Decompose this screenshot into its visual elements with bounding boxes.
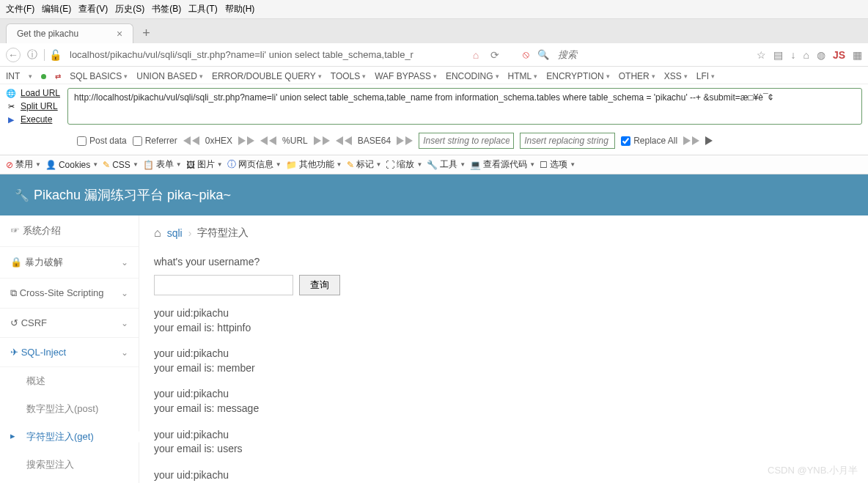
- sidebar-item-sqlinject[interactable]: ✈ SQL-Inject⌄: [0, 338, 139, 367]
- menu-history[interactable]: 历史(S): [115, 3, 144, 15]
- breadcrumb-current: 字符型注入: [197, 226, 249, 240]
- sidebar-item-xss[interactable]: ⧉ Cross-Site Scripting⌄: [0, 279, 139, 309]
- reader-icon[interactable]: ⌂: [468, 48, 483, 62]
- disable-menu[interactable]: ⊘禁用▼: [6, 158, 41, 171]
- menu-help[interactable]: 帮助(H): [225, 3, 255, 15]
- hackbar-toolbar: INT ▾ ⇄ SQL BASICS▾ UNION BASED▾ ERROR/D…: [0, 67, 868, 155]
- int-selector[interactable]: INT: [6, 71, 20, 81]
- hb-other[interactable]: OTHER▾: [619, 71, 655, 81]
- breadcrumb-root[interactable]: sqli: [167, 227, 183, 239]
- query-form: 查询: [154, 275, 853, 295]
- urlenc-button[interactable]: %URL: [282, 136, 308, 146]
- home-icon[interactable]: ⌂: [803, 49, 809, 61]
- options-menu[interactable]: ☐选项▼: [540, 158, 575, 171]
- js-toggle-icon[interactable]: JS: [833, 49, 845, 61]
- search-input[interactable]: [553, 47, 752, 62]
- site-identity-icon: 🔓: [44, 49, 64, 61]
- hb-lfi[interactable]: LFI▾: [696, 71, 715, 81]
- sidebar-item-csrf[interactable]: ↺ CSRF⌄: [0, 309, 139, 338]
- replace-from-input[interactable]: [419, 133, 514, 149]
- misc-menu[interactable]: 📁其他功能▼: [286, 158, 342, 171]
- address-input[interactable]: [68, 47, 464, 62]
- menu-file[interactable]: 文件(F): [6, 3, 34, 15]
- app-title: Pikachu 漏洞练习平台 pika~pika~: [34, 188, 231, 202]
- direction-icon: ⇄: [55, 73, 61, 81]
- postdata-checkbox[interactable]: Post data: [77, 136, 127, 146]
- menu-view[interactable]: 查看(V): [78, 3, 108, 15]
- back-button[interactable]: ←: [6, 48, 21, 62]
- wrench-icon: 🔧: [15, 189, 29, 202]
- webdev-toolbar: ⊘禁用▼ 👤Cookies▼ ✎CSS▼ 📋表单▼ 🖼图片▼ ⓘ网页信息▼ 📁其…: [0, 155, 868, 174]
- refresh-icon: ↺: [10, 317, 18, 328]
- tools-menu[interactable]: 🔧工具▼: [427, 158, 466, 171]
- css-menu[interactable]: ✎CSS▼: [103, 160, 139, 170]
- result-block: your uid:pikachuyour email is: member: [154, 347, 853, 375]
- menu-edit[interactable]: 编辑(E): [42, 3, 71, 15]
- close-icon[interactable]: ×: [117, 28, 122, 40]
- hb-encryption[interactable]: ENCRYPTION▾: [546, 71, 609, 81]
- new-tab-button[interactable]: +: [138, 26, 155, 41]
- noscript-icon[interactable]: ⦸: [518, 48, 533, 62]
- hb-error-query[interactable]: ERROR/DOUBLE QUERY▾: [212, 71, 322, 81]
- resize-menu[interactable]: ⛶缩放▼: [386, 158, 422, 171]
- outline-menu[interactable]: ✎标记▼: [347, 158, 382, 171]
- sidebar-sub-search[interactable]: 搜索型注入: [0, 451, 139, 479]
- sidebar-item-intro[interactable]: ☞ 系统介绍: [0, 215, 139, 247]
- sidebar-sub-string[interactable]: 字符型注入(get): [0, 423, 139, 451]
- images-menu[interactable]: 🖼图片▼: [186, 158, 223, 171]
- hackbar-tabs: INT ▾ ⇄ SQL BASICS▾ UNION BASED▾ ERROR/D…: [0, 67, 868, 84]
- username-input[interactable]: [154, 275, 293, 295]
- library-icon[interactable]: ▤: [773, 49, 783, 61]
- result-block: your uid:pikachuyour email is: users: [154, 428, 853, 457]
- sidebar-item-bruteforce[interactable]: 🔒 暴力破解⌄: [0, 247, 139, 279]
- url-toolbar-icons: ☆ ▤ ↓ ⌂ ◍ JS ▦: [757, 49, 862, 61]
- prompt-label: what's your username?: [154, 256, 853, 268]
- referrer-checkbox[interactable]: Referrer: [133, 136, 177, 146]
- chevron-down-icon: ⌄: [121, 318, 128, 328]
- hb-encoding[interactable]: ENCODING▾: [446, 71, 499, 81]
- chevron-down-icon: ⌄: [121, 288, 128, 298]
- base64-button[interactable]: BASE64: [358, 136, 391, 146]
- info-icon[interactable]: ⓘ: [25, 48, 40, 62]
- chevron-down-icon: ⌄: [121, 347, 128, 358]
- replaceall-checkbox[interactable]: Replace All: [621, 136, 677, 146]
- load-url-button[interactable]: 🌐Load URL: [6, 88, 60, 98]
- hb-html[interactable]: HTML▾: [508, 71, 538, 81]
- viewsource-menu[interactable]: 💻查看源代码▼: [470, 158, 535, 171]
- execute-button[interactable]: ▶Execute: [6, 114, 60, 125]
- main-content: ⌂ sqli › 字符型注入 what's your username? 查询 …: [139, 215, 868, 483]
- forms-menu[interactable]: 📋表单▼: [143, 158, 182, 171]
- hb-sql-basics[interactable]: SQL BASICS▾: [70, 71, 128, 81]
- sidebar-sub-overview[interactable]: 概述: [0, 367, 139, 395]
- menu-bookmarks[interactable]: 书签(B): [152, 3, 181, 15]
- hackbar-actions: 🌐Load URL ✂Split URL ▶Execute: [6, 88, 60, 125]
- result-block: your uid:pikachuyour email is: xssblind: [154, 468, 853, 483]
- replace-to-input[interactable]: [520, 133, 615, 149]
- globe-icon[interactable]: ◍: [817, 49, 825, 61]
- hex-button[interactable]: 0xHEX: [205, 136, 232, 146]
- cookies-menu[interactable]: 👤Cookies▼: [45, 160, 98, 170]
- hb-waf-bypass[interactable]: WAF BYPASS▾: [375, 71, 437, 81]
- search-icon: 🔍: [537, 49, 549, 60]
- split-url-button[interactable]: ✂Split URL: [6, 101, 60, 111]
- bookmark-star-icon[interactable]: ☆: [757, 49, 766, 61]
- plane-icon: ✈: [10, 347, 18, 358]
- sidebar-sub-numeric[interactable]: 数字型注入(post): [0, 395, 139, 423]
- extension-icon[interactable]: ▦: [853, 49, 862, 61]
- chevron-down-icon: ⌄: [121, 257, 128, 268]
- reload-button[interactable]: ⟳: [488, 48, 502, 62]
- submit-button[interactable]: 查询: [299, 275, 340, 295]
- hb-xss[interactable]: XSS▾: [664, 71, 688, 81]
- app-header: 🔧Pikachu 漏洞练习平台 pika~pika~: [0, 174, 868, 215]
- info-menu[interactable]: ⓘ网页信息▼: [227, 158, 282, 171]
- sidebar-sub-xx[interactable]: xx型注入: [0, 479, 139, 483]
- bug-icon: ⧉: [10, 287, 17, 298]
- home-icon[interactable]: ⌂: [154, 226, 161, 240]
- downloads-icon[interactable]: ↓: [790, 49, 795, 61]
- menu-tools[interactable]: 工具(T): [188, 3, 217, 15]
- browser-tab[interactable]: Get the pikachu ×: [6, 23, 133, 43]
- hackbar-url-input[interactable]: http://localhost/pikachu/vul/sqli/sqli_s…: [67, 88, 862, 125]
- status-dot-icon: [41, 74, 46, 79]
- hb-union-based[interactable]: UNION BASED▾: [136, 71, 203, 81]
- hb-tools[interactable]: TOOLS▾: [331, 71, 366, 81]
